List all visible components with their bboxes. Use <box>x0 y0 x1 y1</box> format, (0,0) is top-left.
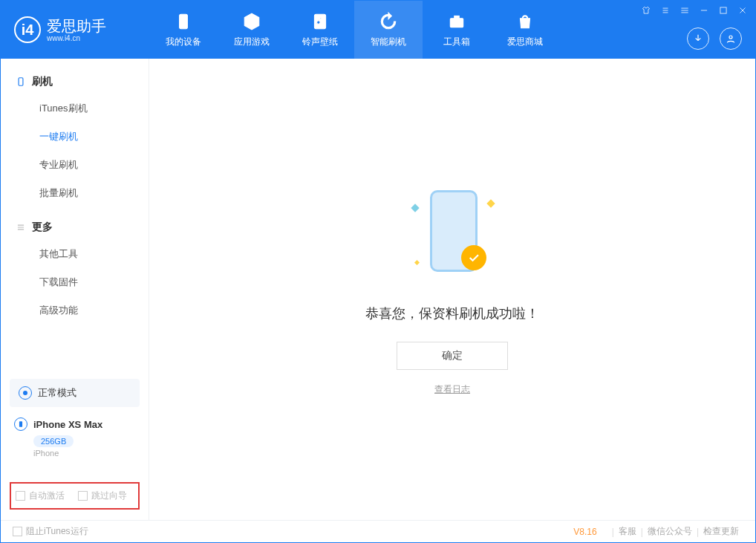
logo-icon: i4 <box>14 16 41 43</box>
nav-tabs: 我的设备 应用游戏 铃声壁纸 智能刷机 工具箱 爱思商城 <box>149 1 559 59</box>
checkbox-icon <box>16 491 25 501</box>
device-icon <box>173 11 194 32</box>
ok-button[interactable]: 确定 <box>397 342 508 370</box>
svg-point-5 <box>729 36 732 39</box>
section-more: 更多 <box>1 215 149 240</box>
sidebar: 刷机 iTunes刷机 一键刷机 专业刷机 批量刷机 更多 其他工具 下载固件 … <box>1 59 149 520</box>
checkbox-block-itunes[interactable]: 阻止iTunes运行 <box>13 525 88 538</box>
sidebar-item-itunes-flash[interactable]: iTunes刷机 <box>1 94 149 123</box>
shirt-icon[interactable] <box>641 5 651 16</box>
svg-rect-4 <box>720 7 726 13</box>
device-mode[interactable]: 正常模式 <box>10 379 140 407</box>
sidebar-item-batch-flash[interactable]: 批量刷机 <box>1 179 149 207</box>
footer-support-link[interactable]: 客服 <box>619 525 636 538</box>
main-content: 恭喜您，保资料刷机成功啦！ 确定 查看日志 <box>149 59 755 520</box>
flash-options-highlighted: 自动激活 跳过向导 <box>10 482 140 510</box>
mode-dot-icon <box>19 386 32 400</box>
sidebar-item-advanced[interactable]: 高级功能 <box>1 296 149 325</box>
phone-small-icon <box>14 417 27 431</box>
tab-store[interactable]: 爱思商城 <box>491 1 559 59</box>
sidebar-item-pro-flash[interactable]: 专业刷机 <box>1 151 149 179</box>
section-flash: 刷机 <box>1 69 149 94</box>
cube-icon <box>241 11 262 32</box>
checkbox-skip-guide[interactable]: 跳过向导 <box>78 490 127 502</box>
tab-my-device[interactable]: 我的设备 <box>149 1 218 59</box>
bag-icon <box>515 11 535 32</box>
checkbox-icon <box>13 527 22 536</box>
svg-rect-6 <box>19 78 23 86</box>
svg-rect-2 <box>450 19 463 27</box>
footer-update-link[interactable]: 检查更新 <box>703 525 739 538</box>
device-name: iPhone XS Max <box>33 419 102 430</box>
checkbox-auto-activate[interactable]: 自动激活 <box>16 490 65 502</box>
brand-url: www.i4.cn <box>47 34 106 42</box>
sidebar-item-download-firmware[interactable]: 下载固件 <box>1 268 149 296</box>
phone-icon <box>16 77 26 87</box>
tab-toolbox[interactable]: 工具箱 <box>423 1 491 59</box>
list-icon <box>16 222 26 233</box>
check-icon <box>461 245 486 270</box>
tab-app-games[interactable]: 应用游戏 <box>218 1 286 59</box>
maximize-icon[interactable] <box>718 5 729 16</box>
view-log-link[interactable]: 查看日志 <box>434 383 470 396</box>
device-panel: 正常模式 iPhone XS Max 256GB iPhone <box>10 379 140 461</box>
toolbox-icon <box>446 11 467 32</box>
user-button[interactable] <box>720 27 742 50</box>
device-type: iPhone <box>33 449 135 458</box>
refresh-shield-icon <box>378 11 399 32</box>
minimize-icon[interactable] <box>699 5 709 16</box>
sidebar-item-one-click-flash[interactable]: 一键刷机 <box>1 123 149 151</box>
footer: 阻止iTunes运行 V8.16 | 客服 | 微信公众号 | 检查更新 <box>1 520 755 542</box>
svg-rect-3 <box>454 16 460 19</box>
window-controls <box>641 5 748 16</box>
footer-wechat-link[interactable]: 微信公众号 <box>648 525 692 538</box>
success-illustration <box>408 183 497 287</box>
tab-smart-flash[interactable]: 智能刷机 <box>354 1 423 59</box>
menu-icon[interactable] <box>680 5 690 16</box>
success-message: 恭喜您，保资料刷机成功啦！ <box>365 305 539 322</box>
header: i4 爱思助手 www.i4.cn 我的设备 应用游戏 铃声壁纸 智能刷机 工具… <box>1 1 755 59</box>
music-file-icon <box>310 11 330 32</box>
close-icon[interactable] <box>737 5 748 16</box>
checkbox-icon <box>78 491 88 501</box>
sidebar-item-other-tools[interactable]: 其他工具 <box>1 240 149 268</box>
header-actions <box>687 27 742 50</box>
list-icon[interactable] <box>660 5 671 16</box>
download-button[interactable] <box>687 27 709 50</box>
tab-ringtones[interactable]: 铃声壁纸 <box>286 1 354 59</box>
brand-name: 爱思助手 <box>47 18 106 34</box>
capacity-badge: 256GB <box>33 435 74 447</box>
svg-rect-7 <box>19 421 22 427</box>
logo[interactable]: i4 爱思助手 www.i4.cn <box>1 1 149 59</box>
svg-rect-0 <box>180 14 188 29</box>
device-info[interactable]: iPhone XS Max 256GB iPhone <box>10 414 140 461</box>
version-label: V8.16 <box>573 527 596 537</box>
